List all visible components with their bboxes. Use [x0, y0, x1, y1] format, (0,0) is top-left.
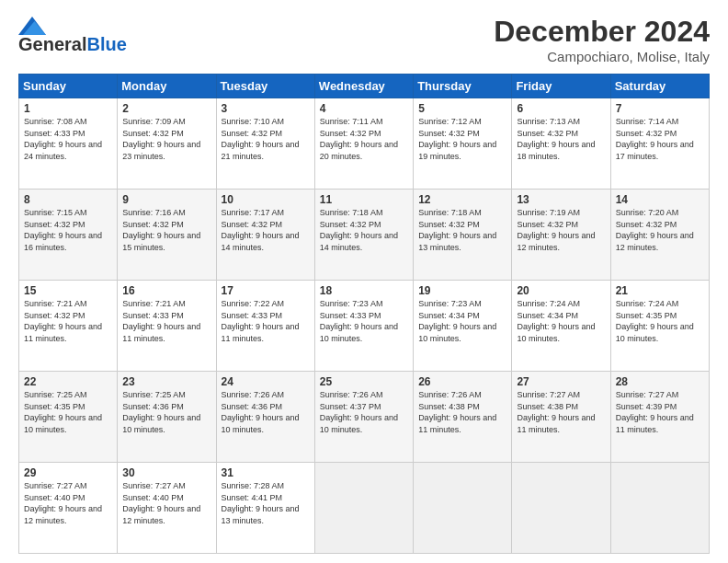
logo-icon: [18, 17, 46, 35]
day-number: 27: [517, 375, 605, 388]
logo-text: GeneralBlue: [18, 35, 127, 53]
day-number: 24: [222, 375, 310, 388]
calendar-cell: 8Sunrise: 7:15 AM Sunset: 4:32 PM Daylig…: [19, 190, 118, 281]
day-number: 26: [418, 375, 506, 388]
calendar-header-row: Sunday Monday Tuesday Wednesday Thursday…: [19, 75, 710, 98]
col-thursday: Thursday: [414, 75, 512, 98]
title-block: December 2024 Campochiaro, Molise, Italy: [494, 15, 710, 64]
calendar-cell: 19Sunrise: 7:23 AM Sunset: 4:34 PM Dayli…: [414, 281, 512, 372]
day-info: Sunrise: 7:26 AM Sunset: 4:38 PM Dayligh…: [418, 389, 506, 435]
day-info: Sunrise: 7:26 AM Sunset: 4:36 PM Dayligh…: [222, 389, 310, 435]
day-info: Sunrise: 7:23 AM Sunset: 4:33 PM Dayligh…: [320, 298, 408, 344]
day-info: Sunrise: 7:24 AM Sunset: 4:34 PM Dayligh…: [517, 298, 605, 344]
day-info: Sunrise: 7:26 AM Sunset: 4:37 PM Dayligh…: [320, 389, 408, 435]
day-number: 2: [122, 102, 210, 115]
calendar-cell: 1Sunrise: 7:08 AM Sunset: 4:33 PM Daylig…: [19, 98, 118, 190]
day-info: Sunrise: 7:28 AM Sunset: 4:41 PM Dayligh…: [222, 480, 310, 526]
col-wednesday: Wednesday: [314, 75, 413, 98]
calendar-cell: 23Sunrise: 7:25 AM Sunset: 4:36 PM Dayli…: [118, 372, 216, 463]
day-info: Sunrise: 7:13 AM Sunset: 4:32 PM Dayligh…: [517, 116, 605, 162]
day-number: 21: [616, 284, 704, 297]
day-number: 4: [320, 102, 408, 115]
calendar-cell: 10Sunrise: 7:17 AM Sunset: 4:32 PM Dayli…: [216, 190, 314, 281]
day-info: Sunrise: 7:25 AM Sunset: 4:35 PM Dayligh…: [24, 389, 112, 435]
day-info: Sunrise: 7:17 AM Sunset: 4:32 PM Dayligh…: [222, 207, 310, 253]
calendar-cell: 27Sunrise: 7:27 AM Sunset: 4:38 PM Dayli…: [512, 372, 610, 463]
calendar-cell: 26Sunrise: 7:26 AM Sunset: 4:38 PM Dayli…: [414, 372, 512, 463]
day-number: 14: [616, 193, 704, 206]
calendar-cell: 16Sunrise: 7:21 AM Sunset: 4:33 PM Dayli…: [118, 281, 216, 372]
day-info: Sunrise: 7:09 AM Sunset: 4:32 PM Dayligh…: [122, 116, 210, 162]
logo: GeneralBlue: [18, 15, 127, 53]
calendar-cell: 2Sunrise: 7:09 AM Sunset: 4:32 PM Daylig…: [118, 98, 216, 190]
day-number: 13: [517, 193, 605, 206]
day-number: 20: [517, 284, 605, 297]
calendar-cell: 14Sunrise: 7:20 AM Sunset: 4:32 PM Dayli…: [610, 190, 709, 281]
calendar-cell: 12Sunrise: 7:18 AM Sunset: 4:32 PM Dayli…: [414, 190, 512, 281]
calendar-cell: 18Sunrise: 7:23 AM Sunset: 4:33 PM Dayli…: [314, 281, 413, 372]
logo-general: General: [18, 34, 86, 54]
calendar-cell: 11Sunrise: 7:18 AM Sunset: 4:32 PM Dayli…: [314, 190, 413, 281]
calendar-cell: 24Sunrise: 7:26 AM Sunset: 4:36 PM Dayli…: [216, 372, 314, 463]
day-number: 19: [418, 284, 506, 297]
calendar-cell: 30Sunrise: 7:27 AM Sunset: 4:40 PM Dayli…: [118, 463, 216, 554]
day-info: Sunrise: 7:27 AM Sunset: 4:40 PM Dayligh…: [122, 480, 210, 526]
day-number: 9: [122, 193, 210, 206]
calendar-cell: 28Sunrise: 7:27 AM Sunset: 4:39 PM Dayli…: [610, 372, 709, 463]
calendar-week-row: 8Sunrise: 7:15 AM Sunset: 4:32 PM Daylig…: [19, 190, 710, 281]
day-number: 18: [320, 284, 408, 297]
calendar-cell: 13Sunrise: 7:19 AM Sunset: 4:32 PM Dayli…: [512, 190, 610, 281]
day-number: 10: [222, 193, 310, 206]
calendar-cell: 5Sunrise: 7:12 AM Sunset: 4:32 PM Daylig…: [414, 98, 512, 190]
calendar-week-row: 15Sunrise: 7:21 AM Sunset: 4:32 PM Dayli…: [19, 281, 710, 372]
calendar-cell: 9Sunrise: 7:16 AM Sunset: 4:32 PM Daylig…: [118, 190, 216, 281]
day-info: Sunrise: 7:15 AM Sunset: 4:32 PM Dayligh…: [24, 207, 112, 253]
col-monday: Monday: [118, 75, 216, 98]
day-info: Sunrise: 7:21 AM Sunset: 4:33 PM Dayligh…: [122, 298, 210, 344]
day-number: 12: [418, 193, 506, 206]
calendar-cell: [314, 463, 413, 554]
calendar-cell: 4Sunrise: 7:11 AM Sunset: 4:32 PM Daylig…: [314, 98, 413, 190]
calendar-cell: 20Sunrise: 7:24 AM Sunset: 4:34 PM Dayli…: [512, 281, 610, 372]
day-info: Sunrise: 7:27 AM Sunset: 4:40 PM Dayligh…: [24, 480, 112, 526]
calendar-cell: [414, 463, 512, 554]
day-info: Sunrise: 7:25 AM Sunset: 4:36 PM Dayligh…: [122, 389, 210, 435]
calendar-cell: [610, 463, 709, 554]
calendar-cell: 22Sunrise: 7:25 AM Sunset: 4:35 PM Dayli…: [19, 372, 118, 463]
month-title: December 2024: [494, 15, 710, 49]
location-title: Campochiaro, Molise, Italy: [494, 49, 710, 64]
calendar: Sunday Monday Tuesday Wednesday Thursday…: [18, 74, 710, 554]
col-friday: Friday: [512, 75, 610, 98]
calendar-week-row: 29Sunrise: 7:27 AM Sunset: 4:40 PM Dayli…: [19, 463, 710, 554]
calendar-cell: 6Sunrise: 7:13 AM Sunset: 4:32 PM Daylig…: [512, 98, 610, 190]
calendar-cell: 15Sunrise: 7:21 AM Sunset: 4:32 PM Dayli…: [19, 281, 118, 372]
day-number: 22: [24, 375, 112, 388]
day-info: Sunrise: 7:12 AM Sunset: 4:32 PM Dayligh…: [418, 116, 506, 162]
page: GeneralBlue December 2024 Campochiaro, M…: [0, 0, 728, 563]
day-info: Sunrise: 7:16 AM Sunset: 4:32 PM Dayligh…: [122, 207, 210, 253]
day-info: Sunrise: 7:10 AM Sunset: 4:32 PM Dayligh…: [222, 116, 310, 162]
calendar-week-row: 1Sunrise: 7:08 AM Sunset: 4:33 PM Daylig…: [19, 98, 710, 190]
day-number: 15: [24, 284, 112, 297]
day-number: 5: [418, 102, 506, 115]
col-tuesday: Tuesday: [216, 75, 314, 98]
day-number: 29: [24, 466, 112, 479]
day-number: 11: [320, 193, 408, 206]
day-number: 7: [616, 102, 704, 115]
calendar-cell: 25Sunrise: 7:26 AM Sunset: 4:37 PM Dayli…: [314, 372, 413, 463]
day-info: Sunrise: 7:21 AM Sunset: 4:32 PM Dayligh…: [24, 298, 112, 344]
day-number: 3: [222, 102, 310, 115]
day-number: 25: [320, 375, 408, 388]
day-info: Sunrise: 7:27 AM Sunset: 4:38 PM Dayligh…: [517, 389, 605, 435]
day-info: Sunrise: 7:24 AM Sunset: 4:35 PM Dayligh…: [616, 298, 704, 344]
day-info: Sunrise: 7:20 AM Sunset: 4:32 PM Dayligh…: [616, 207, 704, 253]
day-number: 6: [517, 102, 605, 115]
calendar-cell: 3Sunrise: 7:10 AM Sunset: 4:32 PM Daylig…: [216, 98, 314, 190]
day-number: 1: [24, 102, 112, 115]
day-number: 16: [122, 284, 210, 297]
calendar-week-row: 22Sunrise: 7:25 AM Sunset: 4:35 PM Dayli…: [19, 372, 710, 463]
calendar-cell: 31Sunrise: 7:28 AM Sunset: 4:41 PM Dayli…: [216, 463, 314, 554]
col-sunday: Sunday: [19, 75, 118, 98]
day-number: 17: [222, 284, 310, 297]
calendar-cell: 21Sunrise: 7:24 AM Sunset: 4:35 PM Dayli…: [610, 281, 709, 372]
